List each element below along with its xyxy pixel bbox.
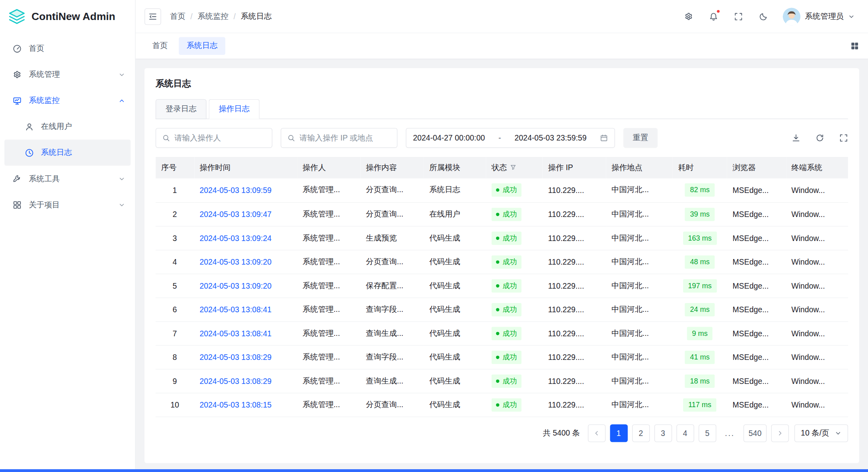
breadcrumb-home[interactable]: 首页 xyxy=(170,11,186,21)
cost-badge: 197 ms xyxy=(683,279,717,292)
tab-system-logs[interactable]: 系统日志 xyxy=(179,37,225,55)
status-text: 成功 xyxy=(503,233,517,243)
chevron-right-icon xyxy=(776,430,783,436)
app-title: ContiNew Admin xyxy=(32,10,115,22)
column-header: 操作时间 xyxy=(194,157,297,179)
pagination-page[interactable]: 2 xyxy=(632,424,649,442)
tabs-options-button[interactable] xyxy=(850,42,859,50)
cell-module: 代码生成 xyxy=(424,250,486,274)
ip-search-box[interactable] xyxy=(281,128,397,148)
wrench-icon xyxy=(13,174,22,183)
pagination-page[interactable]: 540 xyxy=(744,424,766,442)
operation-time-link[interactable]: 2024-05-03 13:09:59 xyxy=(200,186,272,195)
operation-time-link[interactable]: 2024-05-03 13:08:29 xyxy=(200,376,272,385)
table-row: 32024-05-03 13:09:24系统管理...生成预览代码生成成功110… xyxy=(156,226,848,250)
pagination-page[interactable]: 5 xyxy=(698,424,716,442)
pagination-page[interactable]: 1 xyxy=(610,424,627,442)
operation-time-link[interactable]: 2024-05-03 13:08:41 xyxy=(200,305,272,314)
cell-time: 2024-05-03 13:08:15 xyxy=(194,393,297,417)
cell-os: Window... xyxy=(786,345,848,369)
user-icon xyxy=(25,122,34,131)
page-size-select[interactable]: 10 条/页 xyxy=(794,424,848,442)
bottom-accent-bar xyxy=(0,469,868,472)
status-badge: 成功 xyxy=(491,255,521,268)
sidebar-item-home[interactable]: 首页 xyxy=(4,36,130,62)
sidebar-item-system-tools[interactable]: 系统工具 xyxy=(4,166,130,192)
tab-operation-logs[interactable]: 操作日志 xyxy=(209,99,260,119)
cell-content: 分页查询... xyxy=(360,202,423,226)
cell-status: 成功 xyxy=(486,274,542,298)
operator-search-box[interactable] xyxy=(156,128,273,148)
cell-time: 2024-05-03 13:08:29 xyxy=(194,345,297,369)
column-header: 所属模块 xyxy=(424,157,486,179)
sidebar-item-label: 系统工具 xyxy=(29,174,111,184)
refresh-button[interactable] xyxy=(816,133,824,142)
pagination-ellipsis[interactable]: ... xyxy=(721,424,740,442)
operation-time-link[interactable]: 2024-05-03 13:09:24 xyxy=(200,233,272,242)
cell-index: 7 xyxy=(156,321,194,345)
cell-cost: 48 ms xyxy=(673,250,727,274)
settings-button[interactable] xyxy=(682,10,695,23)
cell-ip: 110.229.... xyxy=(543,369,606,393)
filter-funnel-icon[interactable] xyxy=(510,164,517,171)
cell-index: 10 xyxy=(156,393,194,417)
tab-home[interactable]: 首页 xyxy=(144,37,175,55)
sidebar-item-about[interactable]: 关于项目 xyxy=(4,192,130,218)
operation-time-link[interactable]: 2024-05-03 13:09:20 xyxy=(200,257,272,266)
user-name: 系统管理员 xyxy=(805,11,844,21)
date-range-picker[interactable]: 2024-04-27 00:00:00 - 2024-05-03 23:59:5… xyxy=(406,128,615,148)
cost-badge: 163 ms xyxy=(683,231,717,245)
operation-time-link[interactable]: 2024-05-03 13:08:29 xyxy=(200,353,272,362)
sidebar-item-system-management[interactable]: 系统管理 xyxy=(4,62,130,88)
monitor-icon xyxy=(13,96,22,105)
cost-badge: 48 ms xyxy=(685,255,715,268)
status-dot xyxy=(496,331,499,335)
cell-operator: 系统管理... xyxy=(297,393,360,417)
cell-os: Window... xyxy=(786,250,848,274)
export-button[interactable] xyxy=(792,133,800,142)
pagination-next-button[interactable] xyxy=(771,424,788,442)
cell-time: 2024-05-03 13:08:29 xyxy=(194,369,297,393)
tab-login-logs[interactable]: 登录日志 xyxy=(156,99,206,119)
theme-toggle-button[interactable] xyxy=(757,10,770,23)
cell-operator: 系统管理... xyxy=(297,321,360,345)
sidebar-item-online-users[interactable]: 在线用户 xyxy=(4,114,130,140)
operation-time-link[interactable]: 2024-05-03 13:09:20 xyxy=(200,281,272,290)
cell-ip: 110.229.... xyxy=(543,297,606,321)
status-dot xyxy=(496,284,499,287)
status-dot xyxy=(496,260,499,263)
reset-button[interactable]: 重置 xyxy=(623,128,658,148)
app-window: ContiNew Admin 首页 系统管理 系统监控 在线用户 xyxy=(0,0,868,472)
notifications-button[interactable] xyxy=(707,10,720,23)
chevron-down-icon xyxy=(118,175,125,182)
operation-time-link[interactable]: 2024-05-03 13:09:47 xyxy=(200,210,272,219)
table-fullscreen-button[interactable] xyxy=(839,133,848,142)
cell-location: 中国河北... xyxy=(606,345,673,369)
sidebar-collapse-button[interactable] xyxy=(144,8,161,25)
status-text: 成功 xyxy=(503,304,517,314)
operation-time-link[interactable]: 2024-05-03 13:08:15 xyxy=(200,400,272,409)
user-menu[interactable]: 系统管理员 xyxy=(783,8,855,25)
operation-time-link[interactable]: 2024-05-03 13:08:41 xyxy=(200,329,272,337)
sidebar-item-system-logs[interactable]: 系统日志 xyxy=(4,140,130,166)
logo: ContiNew Admin xyxy=(0,0,135,33)
sidebar-item-label: 关于项目 xyxy=(29,200,111,210)
calendar-icon xyxy=(600,134,607,142)
pagination-prev-button[interactable] xyxy=(588,424,605,442)
download-icon xyxy=(792,133,800,142)
operator-search-input[interactable] xyxy=(174,133,266,142)
cell-content: 查询字段... xyxy=(360,345,423,369)
column-header: 序号 xyxy=(156,157,194,179)
cell-operator: 系统管理... xyxy=(297,179,360,203)
system-log-card: 系统日志 登录日志 操作日志 2024-04-27 00:00: xyxy=(144,68,859,463)
cell-os: Window... xyxy=(786,369,848,393)
breadcrumb-system-monitor[interactable]: 系统监控 xyxy=(198,11,229,21)
status-text: 成功 xyxy=(503,400,517,410)
pagination-page[interactable]: 4 xyxy=(676,424,694,442)
apps-grid-icon xyxy=(13,200,22,209)
pagination-page[interactable]: 3 xyxy=(654,424,672,442)
chevron-down-icon xyxy=(835,430,842,436)
ip-search-input[interactable] xyxy=(299,133,391,142)
fullscreen-button[interactable] xyxy=(732,10,745,23)
sidebar-item-system-monitor[interactable]: 系统监控 xyxy=(4,88,130,114)
